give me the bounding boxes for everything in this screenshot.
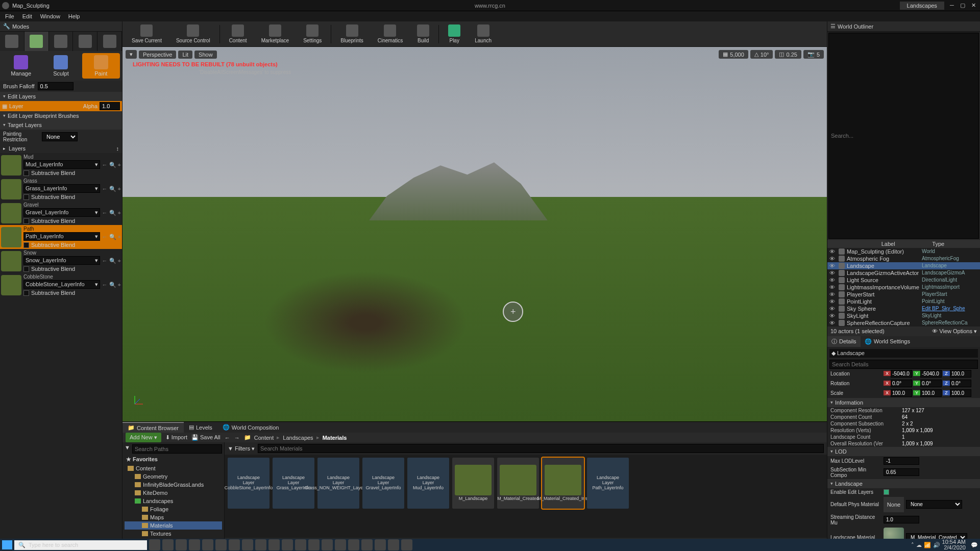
task-ps-icon[interactable] bbox=[295, 539, 306, 550]
save-current-button[interactable]: Save Current bbox=[127, 23, 167, 44]
layer-add-icon[interactable]: + bbox=[118, 282, 121, 288]
tab-world-settings[interactable]: 🌐World Settings bbox=[861, 336, 914, 347]
snap-location[interactable]: ▦ 5,000 bbox=[719, 50, 748, 59]
perspective-dropdown[interactable]: Perspective bbox=[139, 51, 176, 59]
lod-head[interactable]: LOD bbox=[827, 447, 980, 456]
task-app4-icon[interactable] bbox=[255, 539, 266, 550]
layer-back-icon[interactable]: ← bbox=[102, 258, 108, 264]
task-epic-icon[interactable] bbox=[361, 539, 373, 550]
system-clock[interactable]: 10:54 AM2/4/2020 bbox=[942, 539, 969, 550]
col-type[interactable]: Type bbox=[929, 240, 980, 248]
asset-mud_layerinfo[interactable]: LandscapeLayer Mud_LayerInfo bbox=[407, 458, 449, 509]
search-materials-input[interactable] bbox=[258, 444, 824, 453]
task-pr-icon[interactable] bbox=[282, 539, 293, 550]
breadcrumb-content[interactable]: Content bbox=[254, 435, 274, 441]
layer-entry-gravel[interactable]: Gravel Gravel_LayerInfo▾ Subtractive Ble… bbox=[0, 201, 122, 225]
visibility-icon[interactable]: 👁 bbox=[829, 256, 837, 262]
visibility-icon[interactable]: 👁 bbox=[829, 270, 837, 276]
max-lod-input[interactable] bbox=[884, 457, 919, 465]
nav-back-icon[interactable]: ← bbox=[225, 435, 230, 441]
menu-file[interactable]: File bbox=[1, 12, 18, 20]
information-head[interactable]: Information bbox=[827, 398, 980, 407]
layer-find-icon[interactable]: 🔍 bbox=[109, 186, 116, 192]
mode-landscape[interactable] bbox=[24, 32, 49, 51]
alpha-input[interactable] bbox=[100, 102, 120, 110]
asset-m_material_created_inst[interactable]: M_Material_Created_Inst bbox=[542, 458, 584, 509]
layer-find-icon[interactable]: 🔍 bbox=[109, 258, 116, 264]
layer-entry-grass[interactable]: Grass Grass_LayerInfo▾ Subtractive Blend… bbox=[0, 177, 122, 201]
start-button[interactable] bbox=[2, 540, 12, 549]
folder-landscapes[interactable]: Landscapes bbox=[125, 497, 222, 505]
manage-button[interactable]: Manage bbox=[2, 53, 40, 79]
viewport[interactable]: ▾ Perspective Lit Show ▦ 5,000 △ 10° ◫ 0… bbox=[122, 47, 827, 421]
layer-back-icon[interactable]: ← bbox=[102, 186, 108, 192]
maximize-icon[interactable]: ▢ bbox=[958, 2, 967, 9]
task-ue-icon[interactable] bbox=[401, 539, 412, 550]
subtractive-checkbox[interactable] bbox=[23, 218, 29, 224]
outliner-row[interactable]: 👁 LightmassImportanceVolume LightmassImp… bbox=[827, 284, 980, 291]
subtractive-checkbox[interactable] bbox=[23, 170, 29, 176]
source-control-button[interactable]: Source Control bbox=[171, 23, 215, 44]
favorites-header[interactable]: ★ Favorites bbox=[125, 455, 222, 464]
landscape-material-dropdown[interactable]: M_Material_Created_Inst bbox=[906, 533, 967, 539]
subsection-min-input[interactable] bbox=[884, 468, 919, 476]
layer-find-icon[interactable]: 🔍 bbox=[109, 282, 116, 288]
minimize-icon[interactable]: ─ bbox=[947, 2, 957, 8]
camera-speed[interactable]: 📷 5 bbox=[803, 50, 824, 59]
subtractive-checkbox[interactable] bbox=[23, 194, 29, 200]
settings-button[interactable]: Settings bbox=[298, 23, 327, 44]
tab-details[interactable]: ⓘDetails bbox=[827, 336, 861, 347]
outliner-row[interactable]: 👁 PlayerStart PlayerStart bbox=[827, 291, 980, 298]
add-new-button[interactable]: Add New ▾ bbox=[126, 433, 161, 442]
nav-fwd-icon[interactable]: → bbox=[234, 435, 240, 441]
outliner-row[interactable]: 👁 Map_Sculpting (Editor) World bbox=[827, 248, 980, 255]
folder-foliage[interactable]: Foliage bbox=[125, 505, 222, 513]
task-app5-icon[interactable] bbox=[322, 539, 333, 550]
phys-thumb[interactable]: None bbox=[884, 497, 904, 512]
layer-back-icon[interactable]: ← bbox=[102, 282, 108, 288]
location-z[interactable] bbox=[950, 370, 971, 378]
layer-entry-path[interactable]: Path Path_LayerInfo▾ Subtractive Blend ←… bbox=[0, 225, 122, 249]
layer-info-dropdown[interactable]: Grass_LayerInfo▾ bbox=[23, 184, 100, 193]
brush-falloff-input[interactable] bbox=[38, 82, 74, 90]
subtractive-checkbox[interactable] bbox=[23, 290, 29, 296]
paint-button[interactable]: Paint bbox=[82, 53, 120, 79]
painting-restriction-dropdown[interactable]: None bbox=[42, 132, 78, 141]
snap-rotation[interactable]: △ 10° bbox=[750, 50, 773, 59]
edit-layers-head[interactable]: Edit Layers bbox=[0, 92, 122, 101]
tray-volume-icon[interactable]: 🔊 bbox=[933, 542, 940, 548]
task-app3-icon[interactable] bbox=[242, 539, 253, 550]
layer-find-icon[interactable]: 🔍 bbox=[109, 210, 116, 216]
visibility-icon[interactable]: 👁 bbox=[829, 277, 837, 283]
scale-y[interactable] bbox=[920, 389, 942, 397]
visibility-icon[interactable]: 👁 bbox=[829, 298, 837, 305]
layer-add-icon[interactable]: + bbox=[118, 162, 121, 168]
streaming-distance-input[interactable] bbox=[884, 516, 919, 523]
outliner-row[interactable]: 👁 Landscape Landscape bbox=[827, 262, 980, 269]
visibility-icon[interactable]: 👁 bbox=[829, 320, 837, 326]
task-ai-icon[interactable] bbox=[268, 539, 280, 550]
layer-entry-snow[interactable]: Snow Snow_LayerInfo▾ Subtractive Blend ←… bbox=[0, 249, 122, 273]
visibility-icon[interactable]: 👁 bbox=[829, 248, 837, 255]
enable-edit-layers-checkbox[interactable] bbox=[884, 489, 889, 495]
task-ae-icon[interactable] bbox=[308, 539, 320, 550]
asset-path_layerinfo[interactable]: LandscapeLayer Path_LayerInfo bbox=[587, 458, 629, 509]
tab-world-composition[interactable]: 🌐World Composition bbox=[217, 422, 284, 432]
menu-edit[interactable]: Edit bbox=[18, 12, 36, 20]
visibility-icon[interactable]: 👁 bbox=[829, 291, 837, 297]
task-app2-icon[interactable] bbox=[229, 539, 240, 550]
outliner-row[interactable]: 👁 Sky Sphere Edit BP_Sky_Sphe bbox=[827, 305, 980, 312]
visibility-icon[interactable]: 👁 bbox=[829, 284, 837, 290]
layer-row[interactable]: ▦ Layer Alpha bbox=[0, 101, 122, 111]
layer-back-icon[interactable]: ← bbox=[102, 210, 108, 216]
folder-textures[interactable]: Textures bbox=[125, 530, 222, 538]
save-all-button[interactable]: 💾 Save All bbox=[191, 434, 220, 441]
task-app6-icon[interactable] bbox=[335, 539, 346, 550]
import-button[interactable]: ⬇ Import bbox=[165, 434, 187, 441]
location-y[interactable] bbox=[920, 370, 942, 378]
folder-materials[interactable]: Materials bbox=[125, 521, 222, 530]
snap-scale[interactable]: ◫ 0.25 bbox=[775, 50, 801, 59]
outliner-row[interactable]: 👁 Light Source DirectionalLight bbox=[827, 277, 980, 284]
layer-info-dropdown[interactable]: Snow_LayerInfo▾ bbox=[23, 256, 100, 265]
details-search[interactable] bbox=[829, 360, 978, 369]
